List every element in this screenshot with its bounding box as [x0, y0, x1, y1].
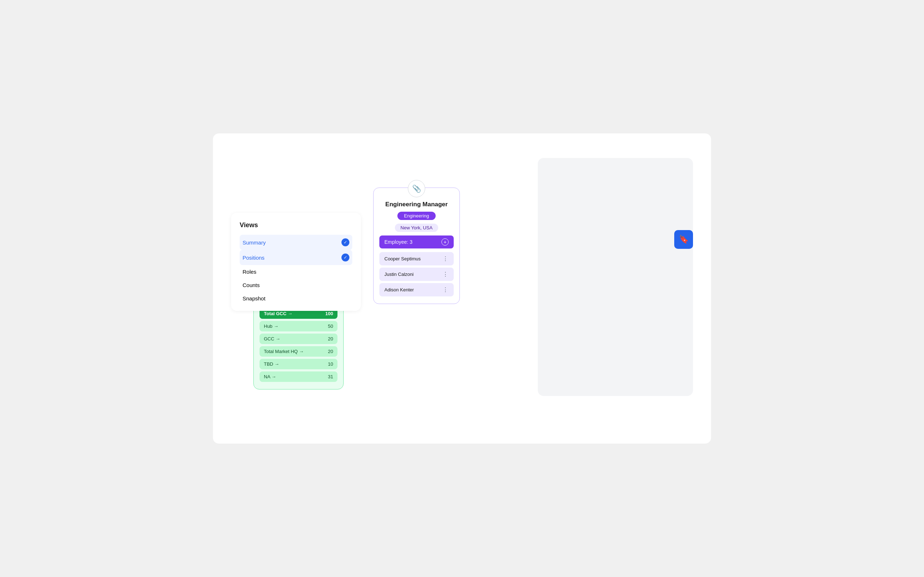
view-item-label: Positions: [242, 255, 341, 261]
stat-label: Total GCC →: [264, 311, 292, 316]
check-icon: ✓: [341, 239, 349, 246]
bookmark-button[interactable]: 🔖: [674, 230, 693, 249]
view-item-label: Summary: [242, 239, 341, 246]
employee-count-label: Employee: 3: [384, 239, 412, 245]
job-location-badge: New York, USA: [395, 224, 439, 232]
employee-name: Adison Kenter: [384, 287, 414, 292]
stat-row[interactable]: TBD → 10: [260, 359, 338, 369]
employee-row[interactable]: Justin Calzoni ⋮: [380, 268, 454, 281]
view-item[interactable]: Summary ✓: [240, 235, 352, 250]
stat-label: GCC →: [264, 336, 281, 342]
stat-row[interactable]: GCC → 20: [260, 334, 338, 344]
stat-label: TBD →: [264, 361, 279, 367]
bookmark-icon: 🔖: [679, 235, 689, 244]
stat-label: NA →: [264, 374, 276, 379]
views-card: Views Summary ✓ Positions ✓ Roles Counts…: [231, 213, 361, 311]
more-options-icon[interactable]: ⋮: [443, 271, 449, 278]
stat-label: Hub →: [264, 324, 278, 329]
check-icon: ✓: [341, 253, 349, 261]
view-item-label: Counts: [242, 282, 349, 288]
stats-list: Total GCC → 100 Hub → 50 GCC → 20 Total …: [260, 308, 338, 382]
job-card: 📎 Engineering Manager Engineering New Yo…: [373, 187, 460, 304]
views-title: Views: [240, 221, 352, 229]
view-item[interactable]: Snapshot: [240, 292, 352, 305]
view-item-label: Snapshot: [242, 295, 349, 301]
department-badge-purple: Engineering: [397, 212, 435, 220]
stat-value: 100: [325, 311, 333, 316]
stat-value: 50: [328, 324, 333, 329]
stat-label: Total Market HQ →: [264, 349, 304, 354]
employee-list: Cooper Septimus ⋮ Justin Calzoni ⋮ Adiso…: [380, 252, 454, 297]
stat-value: 20: [328, 349, 333, 354]
employee-header: Employee: 3 +: [380, 235, 454, 248]
employee-name: Justin Calzoni: [384, 272, 414, 277]
job-title: Engineering Manager: [386, 201, 448, 208]
view-item[interactable]: Counts: [240, 279, 352, 292]
view-item[interactable]: Roles: [240, 265, 352, 279]
employee-name: Cooper Septimus: [384, 256, 420, 261]
more-options-icon[interactable]: ⋮: [443, 255, 449, 262]
views-panel-wrapper: [538, 158, 693, 396]
views-list: Summary ✓ Positions ✓ Roles Counts Snaps…: [240, 235, 352, 305]
view-item-label: Roles: [242, 269, 349, 275]
stat-row[interactable]: NA → 31: [260, 371, 338, 382]
paperclip-icon: 📎: [412, 184, 421, 193]
employee-row[interactable]: Adison Kenter ⋮: [380, 283, 454, 297]
stat-value: 20: [328, 336, 333, 342]
view-item[interactable]: Positions ✓: [240, 250, 352, 265]
clip-icon-wrap: 📎: [408, 180, 425, 197]
more-options-icon[interactable]: ⋮: [443, 286, 449, 293]
add-employee-button[interactable]: +: [441, 239, 449, 246]
employee-row[interactable]: Cooper Septimus ⋮: [380, 252, 454, 266]
stat-value: 10: [328, 361, 333, 367]
stat-row[interactable]: Total Market HQ → 20: [260, 346, 338, 357]
stat-value: 31: [328, 374, 333, 379]
stat-row[interactable]: Hub → 50: [260, 321, 338, 331]
